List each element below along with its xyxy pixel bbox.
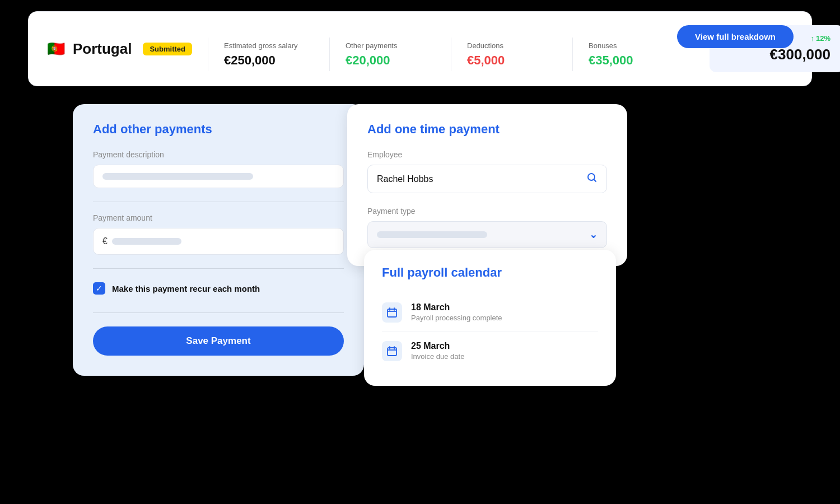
view-breakdown-button[interactable]: View full breakdown <box>677 25 794 48</box>
payment-amount-input[interactable]: € <box>93 228 344 255</box>
divider-amount <box>93 268 344 269</box>
input-bar-description <box>102 173 253 180</box>
stat-value-deductions: €5,000 <box>467 53 557 68</box>
calendar-item-1: 25 March Invoice due date <box>382 332 598 370</box>
stat-gross-salary: Estimated gross salary €250,000 <box>224 41 314 68</box>
stats-row: Estimated gross salary €250,000 Other pa… <box>192 38 678 71</box>
trend-badge: ↑ 12% <box>810 34 830 43</box>
employee-name: Rachel Hobbs <box>377 174 582 184</box>
payment-type-select[interactable]: ⌄ <box>367 221 607 248</box>
add-payments-card: Add other payments Payment description P… <box>73 104 364 376</box>
payroll-calendar-title: Full payroll calendar <box>382 265 598 280</box>
cal-date-0: 18 March <box>411 302 502 312</box>
divider-4 <box>572 38 573 71</box>
calendar-item-0-text: 18 March Payroll processing complete <box>411 302 502 322</box>
calendar-item-0: 18 March Payroll processing complete <box>382 293 598 332</box>
svg-rect-6 <box>388 348 396 356</box>
svg-rect-2 <box>388 309 396 317</box>
cards-area: Add other payments Payment description P… <box>28 104 812 463</box>
trend-arrow-icon: ↑ <box>810 34 814 43</box>
checkbox-label: Make this payment recur each month <box>112 284 260 293</box>
stat-label-other: Other payments <box>346 41 435 50</box>
stat-bonuses: Bonuses €35,000 <box>589 41 678 68</box>
cal-desc-1: Invoice due date <box>411 352 464 361</box>
input-bar-amount <box>112 238 181 245</box>
cal-date-1: 25 March <box>411 341 464 351</box>
chevron-down-icon: ⌄ <box>589 228 598 241</box>
country-name: Portugal <box>73 40 132 58</box>
payment-description-input[interactable] <box>93 165 344 188</box>
divider-1 <box>208 38 208 71</box>
divider-3 <box>451 38 451 71</box>
payment-amount-label: Payment amount <box>93 213 344 222</box>
status-badge: Submitted <box>143 43 192 55</box>
stat-value-other: €20,000 <box>346 53 435 68</box>
checkbox-icon: ✓ <box>93 282 105 295</box>
euro-symbol: € <box>102 236 108 246</box>
divider-checkbox <box>93 312 344 313</box>
save-payment-button[interactable]: Save Payment <box>93 326 344 356</box>
employee-input[interactable]: Rachel Hobbs <box>367 165 607 193</box>
payment-type-bar <box>377 231 487 238</box>
payroll-value: €300,000 <box>770 46 830 63</box>
divider-2 <box>329 38 330 71</box>
country-section: 🇵🇹 Portugal Submitted <box>46 38 192 60</box>
cal-desc-0: Payroll processing complete <box>411 314 502 322</box>
stat-label-bonuses: Bonuses <box>589 41 678 50</box>
svg-line-1 <box>594 180 596 182</box>
stat-label-gross: Estimated gross salary <box>224 41 314 50</box>
calendar-icon-0 <box>382 302 402 323</box>
stat-value-bonuses: €35,000 <box>589 53 678 68</box>
employee-label: Employee <box>367 150 607 159</box>
calendar-item-1-text: 25 March Invoice due date <box>411 341 464 361</box>
stat-value-gross: €250,000 <box>224 53 314 68</box>
stat-other-payments: Other payments €20,000 <box>346 41 435 68</box>
recur-checkbox-row[interactable]: ✓ Make this payment recur each month <box>93 280 344 297</box>
payroll-calendar-card: Full payroll calendar 18 March Payroll p… <box>364 250 616 386</box>
calendar-icon-1 <box>382 341 402 361</box>
flag-icon: 🇵🇹 <box>46 38 66 60</box>
payment-description-label: Payment description <box>93 150 344 159</box>
search-icon <box>586 172 598 186</box>
add-payments-title: Add other payments <box>93 122 344 137</box>
one-time-title: Add one time payment <box>367 122 607 137</box>
stat-label-deductions: Deductions <box>467 41 557 50</box>
stat-deductions: Deductions €5,000 <box>467 41 557 68</box>
one-time-payment-card: Add one time payment Employee Rachel Hob… <box>347 104 627 266</box>
payment-type-label: Payment type <box>367 207 607 216</box>
divider-description <box>93 202 344 202</box>
summary-card: 🇵🇹 Portugal Submitted Estimated gross sa… <box>28 11 812 86</box>
